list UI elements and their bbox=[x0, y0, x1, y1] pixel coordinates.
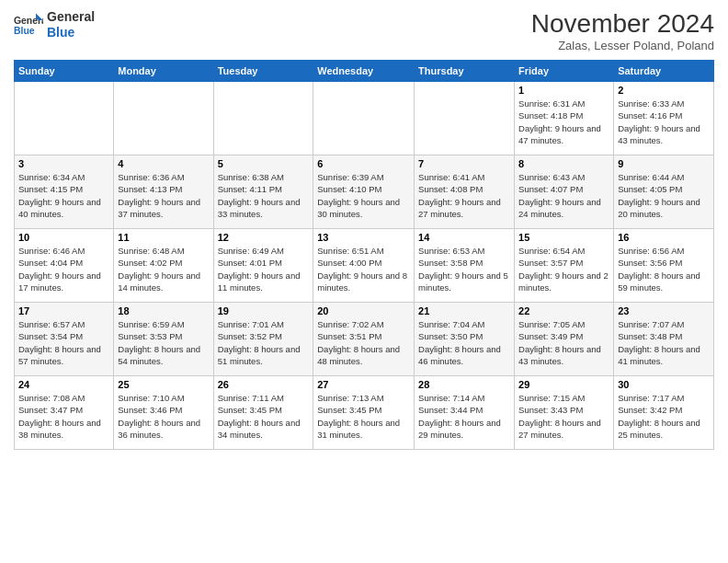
day-info: Sunrise: 7:04 AM Sunset: 3:50 PM Dayligh… bbox=[418, 318, 510, 367]
logo-general: General bbox=[47, 9, 95, 25]
calendar-week-row: 1Sunrise: 6:31 AM Sunset: 4:18 PM Daylig… bbox=[15, 82, 714, 155]
header-friday: Friday bbox=[515, 61, 614, 82]
day-number: 30 bbox=[618, 379, 710, 390]
day-info: Sunrise: 6:43 AM Sunset: 4:07 PM Dayligh… bbox=[518, 171, 609, 220]
table-row bbox=[213, 82, 313, 155]
header-monday: Monday bbox=[114, 61, 213, 82]
table-row: 23Sunrise: 7:07 AM Sunset: 3:48 PM Dayli… bbox=[614, 303, 714, 376]
table-row: 10Sunrise: 6:46 AM Sunset: 4:04 PM Dayli… bbox=[15, 229, 114, 303]
day-info: Sunrise: 7:05 AM Sunset: 3:49 PM Dayligh… bbox=[518, 318, 609, 367]
svg-text:Blue: Blue bbox=[14, 26, 35, 36]
table-row: 18Sunrise: 6:59 AM Sunset: 3:53 PM Dayli… bbox=[114, 303, 213, 376]
day-number: 9 bbox=[618, 158, 710, 169]
calendar-table: Sunday Monday Tuesday Wednesday Thursday… bbox=[14, 60, 714, 450]
logo: General Blue General Blue bbox=[14, 9, 95, 40]
day-info: Sunrise: 6:49 AM Sunset: 4:01 PM Dayligh… bbox=[218, 245, 310, 293]
day-number: 7 bbox=[418, 158, 510, 169]
day-number: 4 bbox=[118, 158, 209, 169]
day-info: Sunrise: 6:57 AM Sunset: 3:54 PM Dayligh… bbox=[18, 318, 109, 367]
day-number: 26 bbox=[218, 379, 310, 390]
table-row: 3Sunrise: 6:34 AM Sunset: 4:15 PM Daylig… bbox=[15, 155, 114, 229]
table-row: 15Sunrise: 6:54 AM Sunset: 3:57 PM Dayli… bbox=[515, 229, 614, 303]
day-info: Sunrise: 6:53 AM Sunset: 3:58 PM Dayligh… bbox=[418, 245, 510, 293]
day-info: Sunrise: 7:17 AM Sunset: 3:42 PM Dayligh… bbox=[618, 392, 710, 441]
day-number: 27 bbox=[317, 379, 410, 390]
day-number: 29 bbox=[518, 379, 609, 390]
table-row: 11Sunrise: 6:48 AM Sunset: 4:02 PM Dayli… bbox=[114, 229, 213, 303]
day-info: Sunrise: 7:15 AM Sunset: 3:43 PM Dayligh… bbox=[518, 392, 609, 441]
table-row: 2Sunrise: 6:33 AM Sunset: 4:16 PM Daylig… bbox=[614, 82, 714, 155]
day-info: Sunrise: 6:41 AM Sunset: 4:08 PM Dayligh… bbox=[418, 171, 510, 220]
table-row bbox=[313, 82, 415, 155]
day-number: 19 bbox=[218, 305, 310, 316]
day-info: Sunrise: 6:38 AM Sunset: 4:11 PM Dayligh… bbox=[218, 171, 310, 220]
table-row: 19Sunrise: 7:01 AM Sunset: 3:52 PM Dayli… bbox=[213, 303, 313, 376]
day-info: Sunrise: 6:48 AM Sunset: 4:02 PM Dayligh… bbox=[118, 245, 209, 293]
header-thursday: Thursday bbox=[415, 61, 515, 82]
day-info: Sunrise: 7:08 AM Sunset: 3:47 PM Dayligh… bbox=[18, 392, 109, 441]
day-number: 25 bbox=[118, 379, 209, 390]
day-info: Sunrise: 7:01 AM Sunset: 3:52 PM Dayligh… bbox=[218, 318, 310, 367]
table-row: 29Sunrise: 7:15 AM Sunset: 3:43 PM Dayli… bbox=[515, 376, 614, 450]
day-info: Sunrise: 7:11 AM Sunset: 3:45 PM Dayligh… bbox=[218, 392, 310, 441]
table-row: 28Sunrise: 7:14 AM Sunset: 3:44 PM Dayli… bbox=[415, 376, 515, 450]
day-info: Sunrise: 6:31 AM Sunset: 4:18 PM Dayligh… bbox=[518, 98, 609, 146]
table-row: 8Sunrise: 6:43 AM Sunset: 4:07 PM Daylig… bbox=[515, 155, 614, 229]
logo-blue: Blue bbox=[47, 25, 95, 40]
day-info: Sunrise: 6:44 AM Sunset: 4:05 PM Dayligh… bbox=[618, 171, 710, 220]
page-container: General Blue General Blue November 2024 … bbox=[0, 0, 728, 563]
day-info: Sunrise: 7:02 AM Sunset: 3:51 PM Dayligh… bbox=[317, 318, 410, 367]
day-number: 1 bbox=[518, 85, 609, 96]
header-wednesday: Wednesday bbox=[313, 61, 415, 82]
table-row: 27Sunrise: 7:13 AM Sunset: 3:45 PM Dayli… bbox=[313, 376, 415, 450]
calendar-week-row: 10Sunrise: 6:46 AM Sunset: 4:04 PM Dayli… bbox=[15, 229, 714, 303]
day-number: 20 bbox=[317, 305, 410, 316]
day-info: Sunrise: 6:56 AM Sunset: 3:56 PM Dayligh… bbox=[618, 245, 710, 293]
day-number: 10 bbox=[18, 232, 109, 243]
day-number: 17 bbox=[18, 305, 109, 316]
table-row: 30Sunrise: 7:17 AM Sunset: 3:42 PM Dayli… bbox=[614, 376, 714, 450]
page-header: General Blue General Blue November 2024 … bbox=[14, 9, 714, 52]
day-number: 14 bbox=[418, 232, 510, 243]
table-row: 24Sunrise: 7:08 AM Sunset: 3:47 PM Dayli… bbox=[15, 376, 114, 450]
day-number: 23 bbox=[618, 305, 710, 316]
day-info: Sunrise: 7:10 AM Sunset: 3:46 PM Dayligh… bbox=[118, 392, 209, 441]
table-row: 22Sunrise: 7:05 AM Sunset: 3:49 PM Dayli… bbox=[515, 303, 614, 376]
day-info: Sunrise: 7:13 AM Sunset: 3:45 PM Dayligh… bbox=[317, 392, 410, 441]
table-row: 4Sunrise: 6:36 AM Sunset: 4:13 PM Daylig… bbox=[114, 155, 213, 229]
day-number: 22 bbox=[518, 305, 609, 316]
table-row: 17Sunrise: 6:57 AM Sunset: 3:54 PM Dayli… bbox=[15, 303, 114, 376]
table-row: 1Sunrise: 6:31 AM Sunset: 4:18 PM Daylig… bbox=[515, 82, 614, 155]
header-tuesday: Tuesday bbox=[213, 61, 313, 82]
day-info: Sunrise: 6:39 AM Sunset: 4:10 PM Dayligh… bbox=[317, 171, 410, 220]
day-info: Sunrise: 6:34 AM Sunset: 4:15 PM Dayligh… bbox=[18, 171, 109, 220]
table-row: 12Sunrise: 6:49 AM Sunset: 4:01 PM Dayli… bbox=[213, 229, 313, 303]
day-info: Sunrise: 6:59 AM Sunset: 3:53 PM Dayligh… bbox=[118, 318, 209, 367]
day-number: 18 bbox=[118, 305, 209, 316]
calendar-week-row: 3Sunrise: 6:34 AM Sunset: 4:15 PM Daylig… bbox=[15, 155, 714, 229]
day-number: 13 bbox=[317, 232, 410, 243]
day-info: Sunrise: 7:07 AM Sunset: 3:48 PM Dayligh… bbox=[618, 318, 710, 367]
table-row bbox=[15, 82, 114, 155]
location: Zalas, Lesser Poland, Poland bbox=[531, 39, 714, 52]
day-number: 5 bbox=[218, 158, 310, 169]
day-number: 28 bbox=[418, 379, 510, 390]
day-number: 12 bbox=[218, 232, 310, 243]
title-block: November 2024 Zalas, Lesser Poland, Pola… bbox=[531, 9, 714, 52]
day-number: 15 bbox=[518, 232, 609, 243]
table-row: 7Sunrise: 6:41 AM Sunset: 4:08 PM Daylig… bbox=[415, 155, 515, 229]
calendar-week-row: 17Sunrise: 6:57 AM Sunset: 3:54 PM Dayli… bbox=[15, 303, 714, 376]
header-sunday: Sunday bbox=[15, 61, 114, 82]
table-row: 5Sunrise: 6:38 AM Sunset: 4:11 PM Daylig… bbox=[213, 155, 313, 229]
table-row: 21Sunrise: 7:04 AM Sunset: 3:50 PM Dayli… bbox=[415, 303, 515, 376]
table-row: 6Sunrise: 6:39 AM Sunset: 4:10 PM Daylig… bbox=[313, 155, 415, 229]
table-row: 25Sunrise: 7:10 AM Sunset: 3:46 PM Dayli… bbox=[114, 376, 213, 450]
calendar-header-row: Sunday Monday Tuesday Wednesday Thursday… bbox=[15, 61, 714, 82]
table-row: 20Sunrise: 7:02 AM Sunset: 3:51 PM Dayli… bbox=[313, 303, 415, 376]
day-info: Sunrise: 7:14 AM Sunset: 3:44 PM Dayligh… bbox=[418, 392, 510, 441]
day-number: 2 bbox=[618, 85, 710, 96]
table-row: 26Sunrise: 7:11 AM Sunset: 3:45 PM Dayli… bbox=[213, 376, 313, 450]
table-row bbox=[415, 82, 515, 155]
day-number: 16 bbox=[618, 232, 710, 243]
day-info: Sunrise: 6:36 AM Sunset: 4:13 PM Dayligh… bbox=[118, 171, 209, 220]
